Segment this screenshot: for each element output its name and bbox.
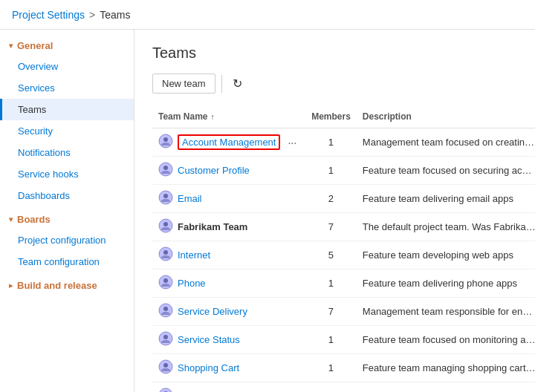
team-avatar-icon <box>158 190 173 205</box>
sidebar-item-overview[interactable]: Overview <box>0 56 134 77</box>
team-name-link[interactable]: Account Management <box>182 137 276 148</box>
table-row: Account Management···1Management team fo… <box>152 128 535 157</box>
table-row: Internet5Feature team developing web app… <box>152 241 535 270</box>
member-count: 5 <box>305 241 357 270</box>
table-row: Email2Feature team delivering email apps <box>152 185 535 213</box>
svg-point-9 <box>163 250 168 255</box>
member-count: 1 <box>305 157 357 185</box>
col-header-members[interactable]: Members <box>305 105 357 128</box>
sidebar-item-label: Service hooks <box>18 169 79 180</box>
refresh-button[interactable]: ↻ <box>228 74 247 94</box>
team-avatar-icon <box>158 218 173 233</box>
col-header-name[interactable]: Team Name ↑ <box>152 105 305 128</box>
team-name-link[interactable]: Email <box>178 193 202 204</box>
sidebar-item-notifications[interactable]: Notifications <box>0 142 134 163</box>
sidebar-item-label: Notifications <box>18 147 71 158</box>
svg-point-11 <box>163 278 168 283</box>
svg-point-17 <box>163 363 168 368</box>
chevron-icon: ▾ <box>9 215 13 223</box>
table-row: TV1Feature team developing TV apps <box>152 382 535 393</box>
col-header-description: Description <box>357 105 535 128</box>
section-label: Build and release <box>17 280 97 291</box>
page-title: Teams <box>152 45 517 62</box>
breadcrumb-current: Teams <box>100 9 130 21</box>
team-description: Feature team developing TV apps <box>357 382 535 393</box>
table-header-row: Team Name ↑ Members Description <box>152 105 535 128</box>
team-name-link[interactable]: Service Delivery <box>178 306 247 317</box>
member-count: 2 <box>305 185 357 213</box>
breadcrumb-parent[interactable]: Project Settings <box>12 9 85 21</box>
breadcrumb-separator: > <box>89 9 95 21</box>
sidebar-section-header-general[interactable]: ▾General <box>0 36 134 56</box>
chevron-icon: ▸ <box>9 281 13 290</box>
sidebar-item-services[interactable]: Services <box>0 77 134 99</box>
team-description: Feature team developing web apps <box>357 241 535 270</box>
chevron-icon: ▾ <box>9 42 13 50</box>
team-name-link[interactable]: Service Status <box>178 334 240 345</box>
row-menu-button[interactable]: ··· <box>285 135 299 150</box>
team-avatar-icon <box>158 331 173 346</box>
team-description: Feature team focused on monitoring and <box>357 326 535 354</box>
breadcrumb: Project Settings > Teams <box>12 9 130 21</box>
svg-point-3 <box>163 166 168 170</box>
svg-point-13 <box>163 307 168 311</box>
team-name-link[interactable]: Fabrikam Team <box>178 221 247 232</box>
team-description: Feature team managing shopping cart app <box>357 354 535 382</box>
table-row: Shopping Cart1Feature team managing shop… <box>152 354 535 382</box>
member-count: 7 <box>305 213 357 241</box>
section-label: Boards <box>17 214 51 225</box>
app-layout: ▾GeneralOverviewServicesTeamsSecurityNot… <box>0 30 535 392</box>
svg-point-5 <box>163 194 168 198</box>
toolbar: New team ↻ <box>152 74 517 94</box>
new-team-button[interactable]: New team <box>152 74 215 94</box>
table-row: Customer Profile1Feature team focused on… <box>152 157 535 185</box>
table-row: Service Delivery7Management team respons… <box>152 298 535 326</box>
sidebar-item-label: Security <box>18 125 53 137</box>
sidebar-section-build-and-release: ▸Build and release <box>0 275 134 295</box>
member-count: 1 <box>305 128 357 157</box>
teams-table: Team Name ↑ Members Description Account … <box>152 105 535 392</box>
sidebar-item-label: Teams <box>18 104 46 115</box>
sidebar-item-label: Project configuration <box>18 235 106 246</box>
main-content: Teams New team ↻ Team Name ↑ Members Des… <box>134 30 535 392</box>
member-count: 1 <box>305 382 357 393</box>
team-description: Management team responsible for ensure <box>357 298 535 326</box>
sidebar-item-team-configuration[interactable]: Team configuration <box>0 251 134 272</box>
svg-point-1 <box>163 137 168 142</box>
team-name-link[interactable]: Shopping Cart <box>178 362 239 373</box>
team-avatar-icon <box>158 359 173 374</box>
toolbar-divider <box>221 75 222 93</box>
team-avatar-icon <box>158 134 173 148</box>
sidebar-item-service-hooks[interactable]: Service hooks <box>0 163 134 185</box>
sidebar-item-label: Overview <box>18 61 58 72</box>
sidebar-item-dashboards[interactable]: Dashboards <box>0 185 134 206</box>
member-count: 7 <box>305 298 357 326</box>
sidebar-section-header-build-and-release[interactable]: ▸Build and release <box>0 275 134 295</box>
team-name-link[interactable]: Internet <box>178 249 210 261</box>
team-avatar-icon <box>158 275 173 290</box>
svg-point-7 <box>163 222 168 226</box>
team-avatar-icon <box>158 246 173 261</box>
sort-icon: ↑ <box>210 113 214 121</box>
sidebar-section-header-boards[interactable]: ▾Boards <box>0 209 134 229</box>
sidebar-item-security[interactable]: Security <box>0 120 134 142</box>
sidebar-section-boards: ▾BoardsProject configurationTeam configu… <box>0 209 134 272</box>
table-row: Fabrikam Team7The default project team. … <box>152 213 535 241</box>
sidebar-section-general: ▾GeneralOverviewServicesTeamsSecurityNot… <box>0 36 134 206</box>
team-description: Feature team focused on securing accoun <box>357 157 535 185</box>
team-name-link[interactable]: Phone <box>178 278 206 289</box>
sidebar-item-label: Services <box>18 82 55 94</box>
table-row: Phone1Feature team delivering phone apps <box>152 270 535 298</box>
team-description: Feature team delivering email apps <box>357 185 535 213</box>
team-name-link[interactable]: Customer Profile <box>178 165 250 176</box>
member-count: 1 <box>305 354 357 382</box>
sidebar-item-project-configuration[interactable]: Project configuration <box>0 229 134 251</box>
top-bar: Project Settings > Teams <box>0 0 535 30</box>
sidebar: ▾GeneralOverviewServicesTeamsSecurityNot… <box>0 30 134 392</box>
sidebar-item-teams[interactable]: Teams <box>0 99 134 120</box>
team-avatar-icon <box>158 388 173 392</box>
section-label: General <box>17 40 53 51</box>
team-description: Feature team delivering phone apps <box>357 270 535 298</box>
member-count: 1 <box>305 270 357 298</box>
sidebar-item-label: Team configuration <box>18 256 100 267</box>
